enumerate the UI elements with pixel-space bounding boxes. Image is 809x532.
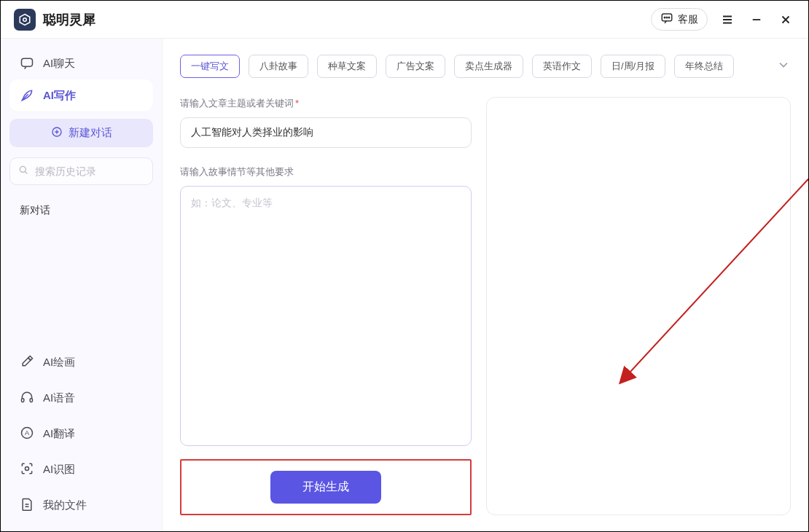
sidebar-item-files[interactable]: 我的文件 — [9, 488, 153, 523]
svg-text:A: A — [25, 429, 30, 437]
titlebar-right: 客服 — [651, 8, 795, 31]
headphones-icon — [20, 390, 34, 407]
chip-one-click-write[interactable]: 一键写文 — [180, 55, 240, 78]
sidebar-item-label: AI绘画 — [43, 356, 75, 369]
plus-circle-icon — [51, 126, 63, 140]
generate-button[interactable]: 开始生成 — [270, 471, 381, 504]
search-history-box[interactable] — [9, 157, 153, 185]
app-logo-icon — [14, 9, 36, 31]
titlebar: 聪明灵犀 客服 — [1, 1, 808, 39]
search-icon — [17, 164, 29, 179]
minimize-button[interactable] — [747, 10, 766, 29]
sidebar-item-label: AI写作 — [43, 89, 76, 103]
svg-point-2 — [664, 17, 665, 18]
titlebar-left: 聪明灵犀 — [14, 9, 95, 31]
generate-highlight-box: 开始生成 — [180, 459, 472, 515]
sidebar-item-vision[interactable]: AI识图 — [9, 453, 153, 487]
app-title: 聪明灵犀 — [43, 11, 95, 28]
chip-seeding-copy[interactable]: 种草文案 — [317, 55, 377, 78]
new-chat-button[interactable]: 新建对话 — [9, 119, 153, 147]
chip-gossip-story[interactable]: 八卦故事 — [249, 55, 308, 78]
app-body: AI聊天 AI写作 新建对话 — [1, 39, 808, 531]
svg-point-3 — [666, 17, 668, 18]
output-column — [486, 97, 791, 515]
file-icon — [20, 497, 34, 514]
feather-icon — [20, 88, 34, 103]
sidebar-spacer — [9, 223, 153, 345]
sidebar-item-write[interactable]: AI写作 — [9, 79, 153, 112]
sidebar-item-label: AI聊天 — [43, 57, 75, 71]
translate-icon: A — [20, 426, 34, 442]
sidebar-item-label: AI翻译 — [43, 427, 75, 441]
menu-button[interactable] — [718, 10, 737, 29]
svg-point-4 — [668, 17, 670, 18]
sidebar-item-translate[interactable]: A AI翻译 — [9, 417, 153, 451]
sidebar-item-draw[interactable]: AI绘画 — [9, 345, 153, 380]
details-textarea[interactable] — [180, 186, 472, 446]
sidebar-item-label: 我的文件 — [43, 498, 87, 512]
chip-ad-copy[interactable]: 广告文案 — [386, 55, 445, 78]
template-chips-row: 一键写文 八卦故事 种草文案 广告文案 卖点生成器 英语作文 日/周/月报 年终… — [180, 55, 791, 78]
chat-icon — [20, 56, 34, 71]
svg-point-7 — [20, 166, 26, 172]
output-panel — [486, 97, 791, 515]
history-item-label: 新对话 — [20, 204, 50, 216]
topic-field-label: 请输入文章主题或者关键词* — [180, 97, 472, 110]
svg-point-12 — [26, 467, 29, 471]
main-panel: 一键写文 八卦故事 种草文案 广告文案 卖点生成器 英语作文 日/周/月报 年终… — [163, 39, 808, 531]
details-field-label: 请输入故事情节等其他要求 — [180, 165, 472, 179]
required-asterisk: * — [295, 98, 299, 109]
input-column: 请输入文章主题或者关键词* 请输入故事情节等其他要求 开始生成 — [180, 97, 472, 515]
chip-report[interactable]: 日/周/月报 — [601, 55, 665, 78]
svg-rect-5 — [22, 58, 33, 66]
chip-english-essay[interactable]: 英语作文 — [532, 55, 592, 78]
topic-input[interactable] — [180, 117, 472, 148]
image-scan-icon — [20, 461, 34, 478]
sidebar-item-label: AI识图 — [43, 463, 75, 477]
chat-bubble-icon — [660, 12, 673, 27]
svg-rect-8 — [22, 399, 24, 402]
chip-year-summary[interactable]: 年终总结 — [674, 55, 734, 78]
sidebar-item-label: AI语音 — [43, 391, 75, 405]
customer-service-button[interactable]: 客服 — [651, 8, 708, 31]
svg-point-0 — [23, 17, 27, 21]
svg-rect-9 — [30, 399, 32, 402]
brush-icon — [20, 354, 34, 371]
sidebar: AI聊天 AI写作 新建对话 — [1, 39, 163, 531]
customer-service-label: 客服 — [678, 13, 698, 26]
history-item-new-chat[interactable]: 新对话 — [9, 198, 153, 223]
search-input[interactable] — [35, 165, 145, 177]
new-chat-label: 新建对话 — [69, 126, 112, 140]
chips-expand-toggle[interactable] — [776, 58, 791, 75]
close-button[interactable] — [776, 10, 795, 29]
sidebar-item-chat[interactable]: AI聊天 — [9, 47, 153, 79]
columns: 请输入文章主题或者关键词* 请输入故事情节等其他要求 开始生成 — [180, 97, 791, 515]
chip-selling-points[interactable]: 卖点生成器 — [454, 55, 523, 78]
sidebar-item-voice[interactable]: AI语音 — [9, 381, 153, 415]
